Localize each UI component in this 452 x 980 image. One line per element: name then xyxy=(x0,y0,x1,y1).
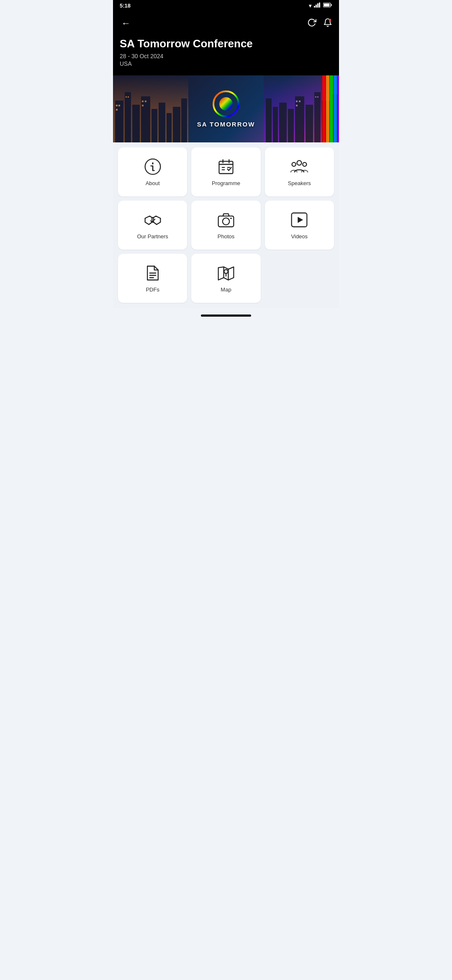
svg-rect-32 xyxy=(306,105,313,142)
grid-item-empty xyxy=(265,254,334,303)
svg-rect-16 xyxy=(173,107,180,142)
programme-label: Programme xyxy=(212,180,240,186)
svg-rect-24 xyxy=(145,101,146,102)
handshake-icon xyxy=(144,211,162,229)
pdfs-label: PDFs xyxy=(146,286,159,293)
menu-grid: About Programme Speakers xyxy=(113,142,339,308)
logo-circle-icon xyxy=(213,90,239,117)
svg-rect-31 xyxy=(295,96,304,142)
svg-rect-21 xyxy=(126,96,127,98)
conference-banner: SA TOMORROW xyxy=(113,75,339,142)
svg-point-61 xyxy=(303,162,307,166)
svg-rect-42 xyxy=(326,75,329,142)
svg-rect-23 xyxy=(142,101,144,102)
back-button[interactable]: ← xyxy=(120,16,132,31)
svg-point-63 xyxy=(223,218,230,225)
banner-logo: SA TOMORROW xyxy=(197,90,255,128)
header-icons xyxy=(307,18,332,29)
svg-rect-33 xyxy=(314,92,321,142)
svg-rect-44 xyxy=(334,75,337,142)
signal-icon xyxy=(314,3,321,9)
header: ← SA Tomorrow Conference 28 - 30 Oct 202… xyxy=(113,11,339,75)
grid-item-photos[interactable]: Photos xyxy=(191,201,260,250)
conference-date: 28 - 30 Oct 2024 xyxy=(120,53,332,59)
notification-bell-icon[interactable] xyxy=(323,18,332,29)
speakers-label: Speakers xyxy=(288,180,311,186)
svg-rect-37 xyxy=(299,101,300,102)
svg-point-72 xyxy=(224,270,228,273)
info-icon xyxy=(144,157,162,176)
svg-rect-36 xyxy=(296,101,298,102)
map-icon xyxy=(217,264,235,282)
document-icon xyxy=(144,264,162,282)
svg-rect-2 xyxy=(317,3,318,8)
status-icons: ▾ xyxy=(309,3,332,9)
status-bar: 5:18 ▾ xyxy=(113,0,339,11)
svg-point-64 xyxy=(230,218,232,219)
grid-item-about[interactable]: About xyxy=(118,147,187,196)
svg-rect-9 xyxy=(115,101,123,142)
calendar-icon xyxy=(217,157,235,176)
svg-rect-41 xyxy=(322,75,326,142)
grid-item-map[interactable]: Map xyxy=(191,254,260,303)
banner-city-left xyxy=(113,75,188,142)
our-partners-label: Our Partners xyxy=(137,233,168,240)
conference-title: SA Tomorrow Conference xyxy=(120,37,332,50)
svg-rect-18 xyxy=(116,105,118,106)
wifi-icon: ▾ xyxy=(309,3,311,9)
svg-rect-6 xyxy=(331,4,332,6)
svg-rect-25 xyxy=(142,105,144,106)
svg-rect-13 xyxy=(152,109,157,142)
photos-label: Photos xyxy=(218,233,234,240)
svg-rect-12 xyxy=(141,96,150,142)
svg-rect-20 xyxy=(116,109,118,111)
svg-rect-5 xyxy=(324,4,330,7)
svg-rect-3 xyxy=(319,3,320,8)
status-time: 5:18 xyxy=(120,3,131,9)
grid-item-speakers[interactable]: Speakers xyxy=(265,147,334,196)
battery-icon xyxy=(323,3,332,9)
grid-item-our-partners[interactable]: Our Partners xyxy=(118,201,187,250)
svg-rect-39 xyxy=(315,96,316,98)
home-indicator xyxy=(201,315,251,317)
grid-item-videos[interactable]: Videos xyxy=(265,201,334,250)
home-indicator-area xyxy=(113,308,339,327)
grid-item-programme[interactable]: Programme xyxy=(191,147,260,196)
svg-rect-27 xyxy=(266,98,272,142)
play-icon xyxy=(290,211,308,229)
svg-rect-38 xyxy=(296,105,298,106)
svg-rect-22 xyxy=(128,96,129,98)
conference-location: USA xyxy=(120,60,332,67)
map-label: Map xyxy=(221,286,231,293)
svg-point-7 xyxy=(329,18,331,21)
svg-rect-28 xyxy=(273,107,278,142)
svg-rect-29 xyxy=(279,103,287,142)
svg-rect-1 xyxy=(316,5,317,8)
svg-rect-15 xyxy=(167,113,172,142)
svg-point-47 xyxy=(219,97,233,111)
svg-point-60 xyxy=(292,162,296,166)
svg-rect-45 xyxy=(337,75,339,142)
camera-icon xyxy=(217,211,235,229)
svg-marker-66 xyxy=(298,217,303,223)
about-label: About xyxy=(146,180,160,186)
svg-rect-14 xyxy=(159,103,165,142)
refresh-icon[interactable] xyxy=(307,18,316,29)
group-icon xyxy=(290,157,308,176)
videos-label: Videos xyxy=(291,233,308,240)
banner-color-lines xyxy=(322,75,339,142)
svg-rect-43 xyxy=(330,75,333,142)
svg-rect-40 xyxy=(317,96,318,98)
grid-item-pdfs[interactable]: PDFs xyxy=(118,254,187,303)
svg-rect-30 xyxy=(288,109,294,142)
svg-rect-0 xyxy=(314,6,315,8)
svg-rect-19 xyxy=(118,105,120,106)
banner-logo-text: SA TOMORROW xyxy=(197,121,255,128)
svg-rect-10 xyxy=(125,92,131,142)
svg-point-59 xyxy=(297,161,302,165)
svg-rect-17 xyxy=(181,98,187,142)
header-top: ← xyxy=(120,16,332,31)
svg-rect-11 xyxy=(132,105,140,142)
